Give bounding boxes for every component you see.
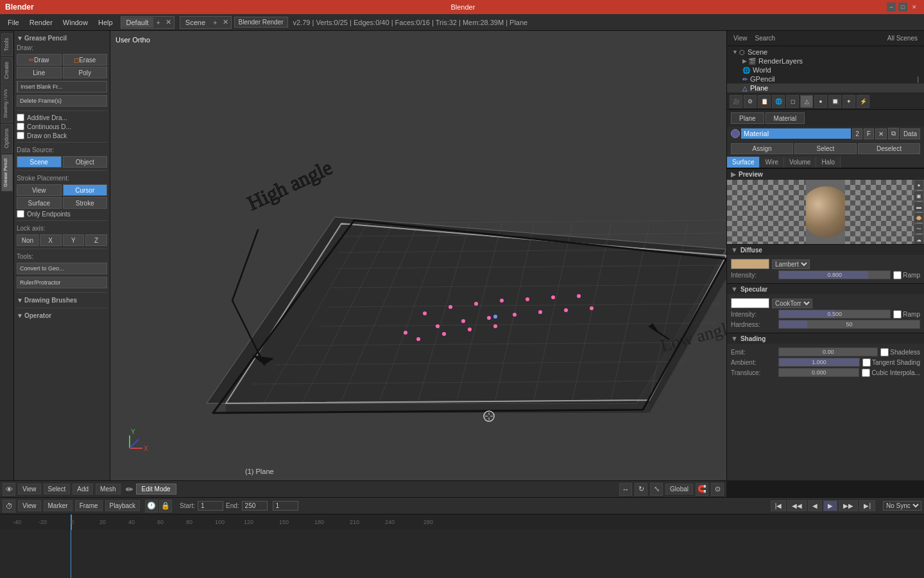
menu-render[interactable]: Render (24, 17, 58, 28)
preview-sphere-btn[interactable]: ● (914, 180, 924, 190)
tab-volume[interactable]: Volume (784, 157, 816, 168)
render-props-icon[interactable]: 🎥 (730, 95, 742, 108)
shading-section-header[interactable]: ▼ Shading (727, 333, 924, 344)
surface-button[interactable]: Surface (17, 197, 62, 209)
bottom-view-btn[interactable]: View (18, 484, 41, 495)
preview-monkey-btn[interactable]: 🐵 (914, 213, 924, 223)
clock-icon[interactable]: 🕐 (145, 500, 158, 512)
preview-hair-btn[interactable]: 〜 (914, 223, 924, 234)
deselect-button[interactable]: Deselect (858, 143, 920, 154)
view-stroke-button[interactable]: View (17, 184, 62, 196)
close-tab-button[interactable]: ✕ (163, 18, 174, 26)
preview-plane-btn[interactable]: ▬ (914, 202, 924, 212)
specular-ramp-checkbox[interactable] (893, 310, 902, 319)
timeline-view-btn[interactable]: View (18, 500, 41, 511)
search-header-btn[interactable]: Search (751, 33, 780, 43)
convert-geo-button[interactable]: Convert to Geo... (17, 263, 107, 274)
assign-button[interactable]: Assign (731, 143, 793, 154)
material-f-button[interactable]: F (864, 128, 874, 139)
material-copy-button[interactable]: ⧉ (888, 128, 899, 139)
side-tab-grease-pencil[interactable]: Grease Pencil (1, 154, 13, 191)
scale-icon[interactable]: ⤡ (650, 483, 663, 496)
material-btn[interactable]: Material (766, 112, 805, 124)
all-scenes-btn[interactable]: All Scenes (884, 33, 921, 43)
lock-z-button[interactable]: Z (85, 234, 107, 246)
renderer-selector[interactable]: Blender Render (234, 17, 288, 28)
viewport-icon[interactable]: 👁 (3, 483, 15, 496)
next-keyframe-btn[interactable]: ▶▶ (839, 500, 858, 511)
timeline-playback-btn[interactable]: Playback (105, 500, 141, 511)
timeline-content[interactable] (0, 530, 924, 578)
tab-default[interactable]: Default (121, 17, 154, 28)
tree-item-scene[interactable]: ▼ ⬡ Scene (727, 48, 924, 57)
prev-keyframe-btn[interactable]: ◀ (808, 500, 822, 511)
material-props-icon[interactable]: ● (814, 95, 827, 108)
insert-blank-frame-button[interactable]: Insert Blank Fr... (17, 81, 107, 92)
specular-section-header[interactable]: ▼ Specular (727, 283, 924, 294)
diffuse-ramp-checkbox[interactable] (893, 271, 902, 279)
tree-item-gpencil[interactable]: ✏ GPencil | (727, 74, 924, 83)
draw-on-back-checkbox[interactable] (17, 132, 24, 139)
layers-props-icon[interactable]: 📋 (758, 95, 771, 108)
specular-shader-select[interactable]: CookTorr (772, 299, 812, 308)
continuous-draw-checkbox[interactable] (17, 123, 24, 130)
draw-button[interactable]: Draw (17, 54, 62, 66)
only-endpoints-checkbox[interactable] (17, 210, 24, 218)
texture-props-icon[interactable]: 🔲 (828, 95, 841, 108)
tangent-checkbox[interactable] (862, 358, 871, 367)
transluce-slider[interactable]: 0.000 (778, 368, 859, 377)
mesh-props-icon[interactable]: △ (800, 95, 813, 108)
rotate-icon[interactable]: ↻ (635, 483, 647, 496)
additive-draw-checkbox[interactable] (17, 114, 24, 121)
plane-object-btn[interactable]: Plane (731, 112, 764, 124)
proportional-icon[interactable]: ⊙ (711, 483, 724, 496)
scene-props-icon[interactable]: ⚙ (744, 95, 757, 108)
delete-frames-button[interactable]: Delete Frame(s) (17, 95, 107, 107)
hardness-slider[interactable]: 50 (778, 320, 920, 329)
material-data-button[interactable]: Data (900, 128, 920, 139)
lock-icon[interactable]: 🔒 (159, 500, 172, 512)
bottom-select-btn[interactable]: Select (44, 484, 71, 495)
preview-section-header[interactable]: ▶ Preview (727, 168, 924, 180)
line-button[interactable]: Line (17, 67, 62, 78)
add-scene-button[interactable]: + (210, 19, 219, 26)
bottom-add-btn[interactable]: Add (73, 484, 93, 495)
specular-intensity-slider[interactable]: 0.500 (778, 310, 891, 319)
tree-item-renderlayers[interactable]: ▶ 🎬 RenderLayers (727, 57, 924, 66)
menu-help[interactable]: Help (93, 17, 118, 28)
object-props-icon[interactable]: ◻ (786, 95, 799, 108)
tab-wire[interactable]: Wire (760, 157, 784, 168)
scene-data-button[interactable]: Scene (17, 156, 62, 168)
lock-none-button[interactable]: Non (17, 234, 38, 246)
viewport[interactable]: User Ortho (110, 31, 726, 480)
operator-header[interactable]: ▼ Operator (17, 311, 107, 320)
poly-button[interactable]: Poly (63, 67, 108, 78)
end-frame-input[interactable] (242, 501, 268, 511)
ambient-slider[interactable]: 1.000 (778, 358, 860, 367)
bottom-mesh-btn[interactable]: Mesh (96, 484, 120, 495)
menu-window[interactable]: Window (58, 17, 93, 28)
tab-halo[interactable]: Halo (816, 157, 841, 168)
lock-x-button[interactable]: X (40, 234, 62, 246)
diffuse-section-header[interactable]: ▼ Diffuse (727, 244, 924, 255)
stroke-button[interactable]: Stroke (63, 197, 108, 209)
world-props-icon[interactable]: 🌐 (772, 95, 785, 108)
tab-scene[interactable]: Scene (180, 17, 210, 28)
timeline-marker-btn[interactable]: Marker (44, 500, 73, 511)
ruler-button[interactable]: Ruler/Protractor (17, 277, 107, 288)
tree-item-plane[interactable]: △ Plane (727, 83, 924, 92)
maximize-button[interactable]: □ (898, 3, 907, 12)
view-header-btn[interactable]: View (730, 33, 751, 43)
drawing-brushes-header[interactable]: ▼ Drawing Brushes (17, 295, 107, 305)
global-btn[interactable]: Global (665, 484, 693, 495)
preview-cube-btn[interactable]: ▣ (914, 191, 924, 201)
specular-color-swatch[interactable] (731, 298, 769, 308)
shadeless-checkbox[interactable] (880, 348, 889, 356)
minimize-button[interactable]: − (887, 3, 896, 12)
timeline-icon[interactable]: ⏱ (3, 500, 15, 512)
snap-icon[interactable]: 🧲 (696, 483, 708, 496)
side-tab-tools[interactable]: Tools (1, 33, 13, 56)
prev-frame-btn[interactable]: ◀◀ (787, 500, 807, 511)
translate-icon[interactable]: ↔ (619, 483, 632, 496)
object-data-button[interactable]: Object (63, 156, 108, 168)
